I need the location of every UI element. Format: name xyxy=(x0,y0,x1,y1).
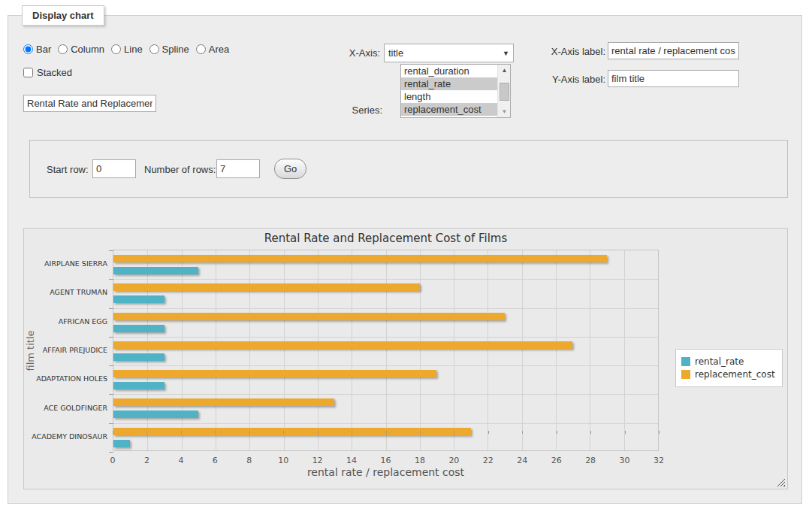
category-label: AFRICAN EGG xyxy=(23,317,107,326)
series-option-rental_duration[interactable]: rental_duration xyxy=(401,65,497,77)
x-axis-tick xyxy=(625,431,626,434)
chevron-down-icon: ▼ xyxy=(503,50,509,57)
x-axis-tick-label: 22 xyxy=(477,456,500,465)
chart-type-radio-bar[interactable] xyxy=(23,44,33,54)
gridline xyxy=(113,279,658,280)
bar-rental_rate[interactable] xyxy=(113,382,165,389)
chart-title-input[interactable] xyxy=(23,95,156,112)
x-axis-tick-label: 12 xyxy=(306,456,329,465)
gridline xyxy=(590,250,590,450)
bar-rental_rate[interactable] xyxy=(113,411,198,418)
x-axis-tick-label: 10 xyxy=(272,456,294,465)
y-axis-tick xyxy=(109,365,113,366)
y-axis-tick xyxy=(109,250,113,251)
bar-rental_rate[interactable] xyxy=(113,295,165,303)
chart-type-option-line[interactable]: Line xyxy=(111,44,143,55)
chart-title: Rental Rate and Replacement Cost of Film… xyxy=(113,232,659,245)
bar-replacement_cost[interactable] xyxy=(113,341,572,349)
category-label: ACE GOLDFINGER xyxy=(23,404,107,412)
category-label: AIRPLANE SIERRA xyxy=(23,259,107,268)
chart-type-radio-area[interactable] xyxy=(196,44,206,54)
gridline xyxy=(216,250,216,450)
legend-label: rental_rate xyxy=(695,356,744,367)
scroll-down-icon[interactable]: ▼ xyxy=(498,106,511,117)
bar-replacement_cost[interactable] xyxy=(113,313,505,320)
page: Display chart BarColumnLineSplineArea St… xyxy=(0,0,812,512)
bar-rental_rate[interactable] xyxy=(113,440,130,447)
x-axis-tick-label: 24 xyxy=(511,456,533,465)
chart-type-radio-line[interactable] xyxy=(111,44,121,54)
gridline xyxy=(113,394,658,395)
bar-rental_rate[interactable] xyxy=(113,325,165,332)
x-axis-tick xyxy=(420,431,421,434)
x-axis-select-label: X-Axis: xyxy=(316,47,380,59)
y-axis-tick xyxy=(109,423,113,424)
gridline xyxy=(113,337,658,338)
stacked-checkbox[interactable] xyxy=(23,68,33,77)
x-axis-title: rental rate / replacement cost xyxy=(113,466,659,478)
gridline xyxy=(147,250,148,450)
series-option-length[interactable]: length xyxy=(401,90,497,103)
listbox-scrollbar[interactable]: ▲ ▼ xyxy=(497,65,510,117)
x-axis-tick-label: 18 xyxy=(409,456,431,465)
x-axis-tick xyxy=(181,431,182,434)
resize-grip-icon[interactable] xyxy=(777,478,785,486)
series-listbox[interactable]: rental_durationrental_ratelengthreplacem… xyxy=(400,64,511,118)
series-option-replacement_cost[interactable]: replacement_cost xyxy=(401,103,497,116)
x-axis-label-input[interactable] xyxy=(608,42,739,59)
legend-swatch-icon xyxy=(681,370,690,379)
scrollbar-thumb[interactable] xyxy=(500,83,509,101)
x-axis-tick-label: 20 xyxy=(442,456,465,465)
y-axis-label-input[interactable] xyxy=(608,70,739,87)
legend-item-replacement_cost[interactable]: replacement_cost xyxy=(681,369,775,380)
number-of-rows-label: Number of rows: xyxy=(144,164,216,175)
y-axis-tick xyxy=(109,308,113,309)
chart-type-option-column[interactable]: Column xyxy=(58,44,104,55)
plot-area xyxy=(113,250,659,451)
number-of-rows-input[interactable] xyxy=(216,159,260,178)
bar-rental_rate[interactable] xyxy=(113,353,165,361)
chart-type-option-bar[interactable]: Bar xyxy=(23,44,51,55)
stacked-label: Stacked xyxy=(37,67,72,78)
x-axis-tick xyxy=(386,431,387,434)
stacked-checkbox-row[interactable]: Stacked xyxy=(23,67,72,78)
start-row-input[interactable] xyxy=(92,159,136,178)
x-axis-tick-label: 2 xyxy=(135,456,158,465)
bar-replacement_cost[interactable] xyxy=(113,255,607,262)
bar-replacement_cost[interactable] xyxy=(113,428,471,435)
y-axis-label-caption: Y-Axis label: xyxy=(534,74,605,85)
y-axis-tick xyxy=(109,337,113,338)
x-axis-tick xyxy=(283,431,284,434)
chart-type-radio-spline[interactable] xyxy=(149,44,159,54)
bar-replacement_cost[interactable] xyxy=(113,370,436,377)
x-axis-tick xyxy=(146,431,147,434)
gridline xyxy=(522,250,523,450)
scroll-up-icon[interactable]: ▲ xyxy=(498,65,511,76)
category-label: ACADEMY DINOSAUR xyxy=(23,432,107,441)
gridline xyxy=(249,250,250,450)
gridline xyxy=(488,250,488,450)
chart-type-radio-column[interactable] xyxy=(58,44,68,54)
chart-legend: rental_ratereplacement_cost xyxy=(675,349,783,387)
x-axis-select[interactable]: title ▼ xyxy=(384,44,514,62)
go-button[interactable]: Go xyxy=(274,159,306,179)
bar-replacement_cost[interactable] xyxy=(113,283,420,291)
x-axis-tick-label: 14 xyxy=(340,456,363,465)
bar-replacement_cost[interactable] xyxy=(113,398,334,406)
x-axis-selected-value: title xyxy=(388,47,503,59)
series-options: rental_durationrental_ratelengthreplacem… xyxy=(401,65,497,116)
chart-type-option-spline[interactable]: Spline xyxy=(149,44,189,55)
gridline xyxy=(113,365,658,366)
gridline xyxy=(624,250,625,450)
category-label: AGENT TRUMAN xyxy=(23,288,107,296)
chart-type-option-area[interactable]: Area xyxy=(196,44,229,55)
gridline xyxy=(284,250,285,450)
series-option-rental_rate[interactable]: rental_rate xyxy=(401,77,497,90)
series-listbox-label: Series: xyxy=(316,105,382,116)
bar-rental_rate[interactable] xyxy=(113,267,198,274)
legend-swatch-icon xyxy=(681,357,690,366)
x-axis-tick xyxy=(454,431,454,434)
legend-item-rental_rate[interactable]: rental_rate xyxy=(681,356,775,367)
chart-type-label: Column xyxy=(71,44,104,55)
chart-type-label: Area xyxy=(209,44,229,55)
